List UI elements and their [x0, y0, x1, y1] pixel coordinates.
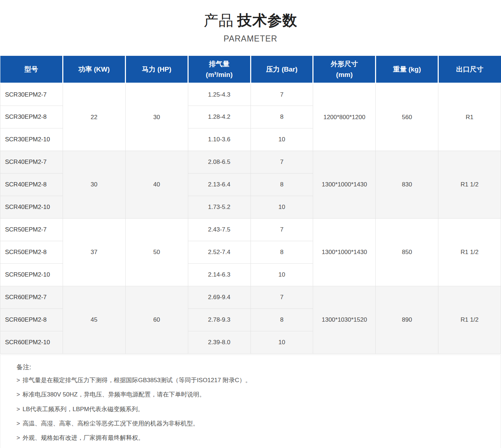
header-row: 型号功率 (KW)马力 (HP)排气量(m³/min)压力 (Bar)外形尺寸(… [0, 55, 501, 83]
page-subtitle: PARAMETER [0, 34, 501, 44]
column-header: 重量 (kg) [376, 55, 438, 83]
spec-table: 型号功率 (KW)马力 (HP)排气量(m³/min)压力 (Bar)外形尺寸(… [0, 55, 501, 354]
displacement-cell: 1.25-4.3 [188, 83, 250, 106]
dimensions-cell: 1300*1000*1430 [313, 219, 376, 286]
weight-cell: 890 [376, 286, 438, 354]
pressure-cell: 7 [250, 286, 313, 309]
displacement-cell: 2.14-6.3 [188, 264, 250, 286]
note-text: 外观、规格如有改进，厂家拥有最终解释权。 [23, 434, 144, 441]
power-cell: 22 [63, 83, 125, 151]
pressure-cell: 8 [250, 241, 313, 264]
note-item: >标准电压380V 50HZ，异电压、异频率电源配置，请在下单时说明。 [16, 391, 485, 398]
horsepower-cell: 30 [125, 83, 188, 151]
column-header-label: 重量 (kg) [376, 64, 438, 74]
horsepower-cell: 50 [125, 219, 188, 286]
note-item: >排气量是在额定排气压力下测得，根据国际GB3853测试（等同于ISO1217 … [16, 376, 485, 384]
pressure-cell: 10 [250, 128, 313, 151]
spec-table-head: 型号功率 (KW)马力 (HP)排气量(m³/min)压力 (Bar)外形尺寸(… [0, 55, 501, 83]
model-cell: SCR30EPM2-7 [0, 83, 63, 106]
model-cell: SCR60EPM2-10 [0, 331, 63, 354]
column-header: 外形尺寸(mm) [313, 55, 376, 83]
note-bullet: > [16, 434, 20, 441]
page: 产品技术参数 PARAMETER 型号功率 (KW)马力 (HP)排气量(m³/… [0, 0, 501, 448]
displacement-cell: 2.69-9.4 [188, 286, 250, 309]
displacement-cell: 2.13-6.4 [188, 174, 250, 196]
dimensions-cell: 1300*1000*1430 [313, 151, 376, 219]
pressure-cell: 10 [250, 196, 313, 219]
notes-section: 备注: >排气量是在额定排气压力下测得，根据国际GB3853测试（等同于ISO1… [0, 355, 501, 448]
column-header-label: 压力 (Bar) [251, 64, 313, 74]
note-bullet: > [16, 420, 20, 427]
pressure-cell: 10 [250, 264, 313, 286]
note-item: >LB代表工频系列，LBPM代表永磁变频系列。 [16, 405, 485, 413]
displacement-cell: 2.52-7.4 [188, 241, 250, 264]
horsepower-cell: 60 [125, 286, 188, 354]
pressure-cell: 7 [250, 83, 313, 106]
outlet-size-cell: R1 [438, 83, 501, 151]
outlet-size-cell: R1 1/2 [438, 219, 501, 286]
column-header: 排气量(m³/min) [188, 55, 250, 83]
note-text: 标准电压380V 50HZ，异电压、异频率电源配置，请在下单时说明。 [23, 391, 205, 398]
weight-cell: 560 [376, 83, 438, 151]
table-row: SCR50EPM2-737502.43-7.571300*1000*143085… [0, 219, 501, 241]
model-cell: SCR50EPM2-8 [0, 241, 63, 264]
table-row: SCR60EPM2-745602.69-9.471300*1030*152089… [0, 286, 501, 309]
note-bullet: > [16, 406, 20, 413]
model-cell: SCR40EPM2-10 [0, 196, 63, 219]
column-header: 出口尺寸 [438, 55, 501, 83]
model-cell: SCR60EPM2-7 [0, 286, 63, 309]
note-bullet: > [16, 377, 20, 384]
weight-cell: 850 [376, 219, 438, 286]
column-header: 功率 (KW) [63, 55, 125, 83]
displacement-cell: 1.73-5.2 [188, 196, 250, 219]
page-title: 产品技术参数 [0, 11, 501, 30]
page-header: 产品技术参数 PARAMETER [0, 0, 501, 44]
outlet-size-cell: R1 1/2 [438, 286, 501, 354]
table-row: SCR40EPM2-730402.08-6.571300*1000*143083… [0, 151, 501, 174]
model-cell: SCR60EPM2-8 [0, 309, 63, 331]
column-header: 压力 (Bar) [250, 55, 313, 83]
pressure-cell: 8 [250, 309, 313, 331]
page-title-prefix: 产品 [204, 12, 234, 29]
model-cell: SCR30EPM2-10 [0, 128, 63, 151]
table-row: SCR30EPM2-722301.25-4.371200*800*1200560… [0, 83, 501, 106]
notes-label: 备注: [16, 363, 485, 371]
note-item: >外观、规格如有改进，厂家拥有最终解释权。 [16, 434, 485, 442]
model-cell: SCR30EPM2-8 [0, 106, 63, 128]
page-title-main: 技术参数 [237, 12, 297, 29]
weight-cell: 830 [376, 151, 438, 219]
column-header: 型号 [0, 55, 63, 83]
model-cell: SCR50EPM2-7 [0, 219, 63, 241]
displacement-cell: 1.10-3.6 [188, 128, 250, 151]
model-cell: SCR40EPM2-8 [0, 174, 63, 196]
power-cell: 45 [63, 286, 125, 354]
note-text: 排气量是在额定排气压力下测得，根据国际GB3853测试（等同于ISO1217 附… [23, 377, 251, 384]
column-header-unit: (m³/min) [189, 69, 250, 80]
note-bullet: > [16, 391, 20, 398]
column-header-label: 马力 (HP) [126, 64, 188, 74]
column-header-label: 排气量 [189, 59, 250, 69]
note-text: LB代表工频系列，LBPM代表永磁变频系列。 [23, 406, 144, 413]
pressure-cell: 8 [250, 106, 313, 128]
outlet-size-cell: R1 1/2 [438, 151, 501, 219]
horsepower-cell: 40 [125, 151, 188, 219]
column-header-unit: (mm) [313, 69, 375, 80]
displacement-cell: 2.78-9.3 [188, 309, 250, 331]
displacement-cell: 1.28-4.2 [188, 106, 250, 128]
column-header-label: 型号 [0, 64, 62, 74]
displacement-cell: 2.39-8.0 [188, 331, 250, 354]
notes-list: >排气量是在额定排气压力下测得，根据国际GB3853测试（等同于ISO1217 … [16, 376, 485, 442]
power-cell: 37 [63, 219, 125, 286]
pressure-cell: 10 [250, 331, 313, 354]
displacement-cell: 2.08-6.5 [188, 151, 250, 174]
column-header-label: 功率 (KW) [63, 64, 125, 74]
note-item: >高温、高湿、高寒、高粉尘等恶劣工况下使用的机器为非标机型。 [16, 420, 485, 427]
note-text: 高温、高湿、高寒、高粉尘等恶劣工况下使用的机器为非标机型。 [23, 420, 199, 427]
spec-table-body: SCR30EPM2-722301.25-4.371200*800*1200560… [0, 83, 501, 354]
displacement-cell: 2.43-7.5 [188, 219, 250, 241]
column-header: 马力 (HP) [125, 55, 188, 83]
pressure-cell: 8 [250, 174, 313, 196]
dimensions-cell: 1200*800*1200 [313, 83, 376, 151]
dimensions-cell: 1300*1030*1520 [313, 286, 376, 354]
model-cell: SCR40EPM2-7 [0, 151, 63, 174]
